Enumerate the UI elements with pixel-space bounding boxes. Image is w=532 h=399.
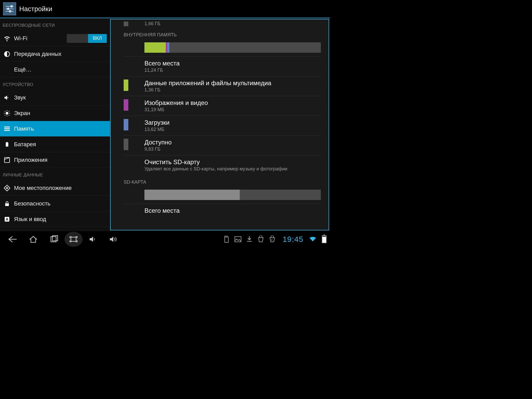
- storage-row-swatch: [124, 119, 128, 130]
- actionbar: Настройки: [0, 0, 330, 18]
- storage-row-label: Всего места: [144, 60, 321, 67]
- svg-rect-20: [6, 142, 8, 143]
- wifi-icon: [4, 35, 10, 42]
- display-icon: [4, 110, 10, 117]
- screenshot-button[interactable]: [64, 232, 83, 247]
- svg-rect-17: [4, 128, 10, 129]
- prev-value: 1,66 ГБ: [144, 21, 161, 26]
- storage-row-value: 13,62 МБ: [144, 127, 321, 132]
- storage-row-swatch: [124, 158, 128, 170]
- sound-icon: [4, 94, 10, 101]
- apps-icon: [4, 157, 10, 163]
- sidebar-item-label: Ещё…: [14, 66, 107, 73]
- sidebar-item-label: Звук: [14, 94, 107, 101]
- sidebar-item-apps[interactable]: Приложения: [0, 152, 110, 168]
- home-button[interactable]: [23, 232, 44, 247]
- svg-point-7: [6, 112, 9, 115]
- status-clock: 19:45: [283, 235, 303, 244]
- volume-up-button[interactable]: [103, 232, 124, 247]
- sd-usage-bar-row: [144, 190, 321, 200]
- status-tray[interactable]: 19:45: [223, 235, 328, 244]
- section-sd-card: SD-КАРТА: [124, 176, 329, 188]
- sidebar-item-sound[interactable]: Звук: [0, 90, 110, 105]
- storage-detail-pane[interactable]: 1,66 ГБ ВНУТРЕННЯЯ ПАМЯТЬ Всего места11,…: [110, 19, 329, 230]
- internal-usage-bar: [144, 42, 321, 53]
- svg-rect-18: [4, 130, 10, 131]
- wifi-status-icon: [309, 236, 316, 243]
- svg-point-23: [6, 187, 8, 189]
- wifi-toggle[interactable]: ВКЛ: [67, 34, 107, 43]
- storage-row-value: Удаляет все данные с SD-карты, например …: [144, 166, 321, 172]
- download-status-icon: [246, 236, 253, 243]
- sd-card-status-icon: [223, 236, 230, 243]
- svg-rect-37: [235, 237, 241, 242]
- sidebar-section-personal: ЛИЧНЫЕ ДАННЫЕ: [0, 168, 110, 180]
- play-store-status-icon-2: [269, 236, 276, 243]
- storage-row-value: 1,36 ГБ: [144, 87, 321, 93]
- sidebar-item-data-usage[interactable]: Передача данных: [0, 46, 110, 62]
- storage-row[interactable]: Всего места: [124, 204, 321, 222]
- sidebar-item-more[interactable]: Ещё…: [0, 62, 110, 77]
- sidebar-item-label: Батарея: [14, 141, 107, 148]
- svg-line-15: [9, 111, 9, 111]
- svg-text:A: A: [6, 217, 8, 221]
- sidebar-item-label: Приложения: [14, 157, 107, 163]
- sidebar-item-label: Экран: [14, 110, 107, 117]
- storage-row-value: 11,24 ГБ: [144, 68, 321, 73]
- storage-row-label: Доступно: [144, 139, 321, 146]
- storage-row[interactable]: Очистить SD-картуУдаляет все данные с SD…: [124, 155, 321, 175]
- sidebar-item-label: Передача данных: [14, 51, 107, 57]
- svg-line-12: [5, 111, 5, 111]
- play-store-status-icon: [257, 236, 264, 243]
- svg-point-1: [11, 5, 13, 8]
- storage-row[interactable]: Данные приложений и файлы мультимедиа1,3…: [124, 76, 321, 96]
- data-usage-icon: [4, 51, 10, 57]
- storage-row-value: 31,19 МБ: [144, 107, 321, 112]
- system-navbar: 19:45: [0, 231, 330, 247]
- storage-row-swatch: [124, 99, 128, 111]
- sidebar-item-display[interactable]: Экран: [0, 105, 110, 121]
- sidebar-item-location[interactable]: Мое местоположение: [0, 180, 110, 196]
- section-internal-storage: ВНУТРЕННЯЯ ПАМЯТЬ: [124, 29, 329, 40]
- sidebar-item-label: Мое местоположение: [14, 185, 107, 191]
- storage-row[interactable]: Изображения и видео31,19 МБ: [124, 96, 321, 116]
- settings-app-icon: [3, 2, 16, 15]
- sidebar-item-wifi[interactable]: Wi‑Fi ВКЛ: [0, 31, 110, 46]
- svg-point-3: [7, 8, 9, 10]
- storage-row-label: Всего места: [144, 207, 321, 214]
- prev-section-fragment: 1,66 ГБ: [124, 19, 329, 29]
- storage-row[interactable]: Загрузки13,62 МБ: [124, 116, 321, 135]
- lock-icon: [4, 200, 10, 207]
- sidebar-section-wireless: БЕСПРОВОДНЫЕ СЕТИ: [0, 18, 110, 31]
- sidebar-item-security[interactable]: Безопасность: [0, 196, 110, 211]
- svg-rect-33: [71, 237, 76, 241]
- storage-row-label: Данные приложений и файлы мультимедиа: [144, 79, 321, 87]
- sidebar-item-battery[interactable]: Батарея: [0, 137, 110, 152]
- storage-row[interactable]: Всего места11,24 ГБ: [124, 56, 321, 76]
- recent-apps-button[interactable]: [44, 232, 64, 247]
- storage-icon: [4, 125, 10, 132]
- battery-icon: [4, 141, 10, 148]
- back-button[interactable]: [2, 232, 23, 247]
- svg-line-14: [5, 115, 5, 115]
- sidebar-item-label: Wi‑Fi: [14, 35, 67, 42]
- storage-row-swatch: [124, 79, 128, 91]
- usage-bar-segment: [144, 42, 166, 53]
- sidebar-item-label: Язык и ввод: [14, 216, 107, 223]
- sidebar-item-label: Безопасность: [14, 200, 107, 207]
- sidebar-item-language[interactable]: A Язык и ввод: [0, 211, 110, 227]
- storage-row-label: Загрузки: [144, 119, 321, 126]
- sd-storage-list: Всего места: [111, 204, 329, 222]
- volume-down-button[interactable]: [83, 232, 103, 247]
- svg-rect-28: [5, 203, 9, 206]
- svg-rect-16: [4, 127, 10, 127]
- storage-row[interactable]: Доступно9,83 ГБ: [124, 135, 321, 155]
- battery-status-icon: [321, 236, 328, 243]
- storage-row-swatch: [124, 60, 128, 71]
- svg-rect-19: [6, 142, 8, 147]
- internal-usage-bar-row: [144, 42, 321, 53]
- svg-line-13: [9, 115, 9, 115]
- location-icon: [4, 185, 10, 191]
- sidebar-item-storage[interactable]: Память: [0, 121, 110, 137]
- sidebar-item-label: Память: [14, 125, 107, 132]
